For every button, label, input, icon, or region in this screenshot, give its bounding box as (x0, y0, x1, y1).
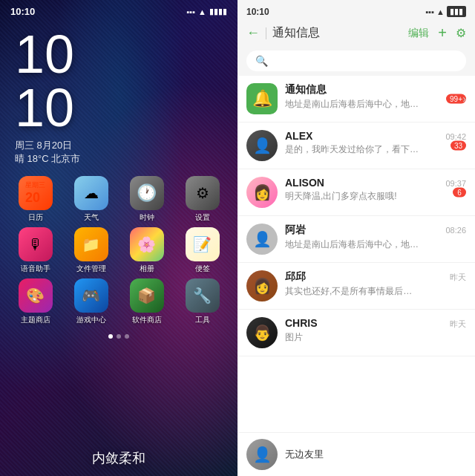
chevron-icon: › (462, 93, 466, 105)
app-photos[interactable]: 🌸 相册 (125, 227, 168, 274)
app-clock[interactable]: 🕐 时钟 (125, 176, 168, 223)
notes-icon: 📝 (186, 227, 220, 261)
app-icons-area: 星期三20 日历 ☁ 天气 🕐 时钟 ⚙ 设置 (0, 169, 238, 443)
left-status-icons: ▪▪▪ ▲ ▮▮▮▮ (186, 7, 227, 16)
msg-top-notification: 通知信息 (285, 83, 466, 97)
page-dots (7, 330, 230, 343)
msg-time-alex: 09:42 (445, 132, 466, 141)
msg-preview-notification: 地址是南山后海巷后海中心，地铁H出口旁边的写字楼,你在大厅等我 (285, 98, 419, 111)
alex-avatar-img: 👤 (246, 130, 278, 161)
qiuqiu-avatar: 👩 (246, 270, 278, 301)
r-battery-icon: ▮▮▮ (447, 6, 466, 17)
bell-icon: 🔔 (252, 89, 272, 108)
icon-row-1: 星期三20 日历 ☁ 天气 🕐 时钟 ⚙ 设置 (7, 176, 230, 223)
msg-preview-ayan: 地址是南山后海巷后海中心，地铁H出口旁边的写字楼,你在大厅等我 (285, 238, 419, 251)
msg-item-chris[interactable]: 👨 CHRIS 昨天 图片 (238, 310, 475, 356)
app-notes[interactable]: 📝 便签 (181, 227, 224, 274)
wifi-icon: ▲ (198, 7, 206, 16)
msg-name-alison: ALISON (285, 177, 324, 189)
voice-label: 语音助手 (21, 264, 50, 274)
store-icon: 📦 (130, 278, 164, 313)
msg-item-alex[interactable]: 👤 ALEX 09:42 是的，我昨天发过给你了，看下邮箱里面有么？ 33 (238, 123, 475, 169)
msg-top-ayan: 阿岩 08:26 (285, 224, 466, 237)
left-time: 10:10 (10, 6, 35, 17)
msg-name-ayan: 阿岩 (285, 224, 306, 237)
msg-preview-alex: 是的，我昨天发过给你了，看下邮箱里面有么？ (285, 143, 419, 156)
msg-name-qiuqiu: 邱邱 (285, 270, 306, 284)
themes-icon: 🎨 (19, 278, 53, 313)
files-label: 文件管理 (76, 264, 106, 274)
msg-top-qiuqiu: 邱邱 昨天 (285, 270, 466, 284)
icon-row-2: 🎙 语音助手 📁 文件管理 🌸 相册 📝 便签 (7, 227, 230, 274)
msg-body-alison: ALISON 09:37 明天降温,出门多穿点衣服哦! (285, 177, 466, 203)
photos-icon: 🌸 (130, 227, 164, 261)
app-store[interactable]: 📦 软件商店 (125, 278, 168, 325)
header-actions: 编辑 + ⚙ (408, 25, 466, 42)
left-status-bar: 10:10 ▪▪▪ ▲ ▮▮▮▮ (0, 0, 238, 20)
msg-name-chris: CHRIS (285, 317, 318, 329)
app-themes[interactable]: 🎨 主题商店 (14, 278, 57, 325)
msg-time-chris: 昨天 (450, 319, 466, 330)
app-files[interactable]: 📁 文件管理 (70, 227, 113, 274)
voice-icon: 🎙 (19, 227, 53, 261)
msg-item-notification[interactable]: 🔔 通知信息 地址是南山后海巷后海中心，地铁H出口旁边的写字楼,你在大厅等我 9… (238, 76, 475, 123)
right-time: 10:10 (246, 7, 269, 17)
alex-avatar: 👤 (246, 130, 278, 161)
settings-icon: ⚙ (186, 176, 220, 210)
app-calendar[interactable]: 星期三20 日历 (14, 176, 57, 223)
games-label: 游戏中心 (76, 315, 106, 325)
msg-body-notification: 通知信息 地址是南山后海巷后海中心，地铁H出口旁边的写字楼,你在大厅等我 (285, 83, 466, 111)
cal-day: 星期三 (25, 180, 45, 190)
msg-item-qiuqiu[interactable]: 👩 邱邱 昨天 其实也还好,不是所有事情最后都会如你所愿 (238, 263, 475, 310)
left-phone-panel: 10:10 ▪▪▪ ▲ ▮▮▮▮ 10 10 周三 8月20日 晴 18°C 北… (0, 0, 238, 476)
cal-date: 20 (25, 190, 45, 206)
page-title: 通知信息 (272, 25, 402, 41)
chris-avatar: 👨 (246, 317, 278, 348)
clock-min: 10 (15, 81, 223, 134)
dot-2 (117, 334, 121, 339)
alison-avatar-img: 👩 (246, 177, 278, 208)
app-games[interactable]: 🎮 游戏中心 (70, 278, 113, 325)
right-header: ← 通知信息 编辑 + ⚙ (238, 20, 475, 48)
add-button[interactable]: + (438, 25, 447, 42)
app-weather[interactable]: ☁ 天气 (70, 176, 113, 223)
app-voice[interactable]: 🎙 语音助手 (14, 227, 57, 274)
clock-display: 10 10 (15, 27, 223, 134)
themes-label: 主题商店 (21, 315, 50, 325)
chris-avatar-img: 👨 (246, 317, 278, 348)
app-settings[interactable]: ⚙ 设置 (181, 176, 224, 223)
msg-preview-chris: 图片 (285, 331, 419, 344)
notification-avatar: 🔔 (246, 83, 278, 114)
msg-name-notification: 通知信息 (285, 83, 327, 97)
msg-item-ayan[interactable]: 👤 阿岩 08:26 地址是南山后海巷后海中心，地铁H出口旁边的写字楼,你在大厅… (238, 216, 475, 263)
header-divider (266, 27, 266, 39)
dot-3 (125, 334, 129, 339)
tools-icon: 🔧 (186, 278, 220, 313)
bottom-partial-text: 无边友里 (285, 448, 324, 461)
dot-1 (108, 334, 113, 339)
games-icon: 🎮 (74, 278, 108, 313)
badge-alison: 6 (453, 188, 466, 198)
msg-body-qiuqiu: 邱邱 昨天 其实也还好,不是所有事情最后都会如你所愿 (285, 270, 466, 298)
msg-top-chris: CHRIS 昨天 (285, 317, 466, 330)
app-tools[interactable]: 🔧 工具 (181, 278, 224, 325)
photos-label: 相册 (140, 264, 154, 274)
store-label: 软件商店 (132, 315, 162, 325)
edit-button[interactable]: 编辑 (408, 27, 429, 40)
back-button[interactable]: ← (246, 25, 260, 41)
msg-item-alison[interactable]: 👩 ALISON 09:37 明天降温,出门多穿点衣服哦! 6 (238, 169, 475, 216)
r-wifi-icon: ▲ (436, 7, 445, 16)
right-status-icons: ▪▪▪ ▲ ▮▮▮ (425, 6, 466, 17)
msg-body-alex: ALEX 09:42 是的，我昨天发过给你了，看下邮箱里面有么？ (285, 130, 466, 156)
qiuqiu-avatar-img: 👩 (246, 270, 278, 301)
msg-name-alex: ALEX (285, 130, 312, 142)
search-bar[interactable]: 🔍 (246, 50, 466, 71)
search-icon: 🔍 (255, 55, 268, 67)
weather-icon: ☁ (74, 176, 108, 210)
settings-button[interactable]: ⚙ (456, 26, 466, 40)
signal-icon: ▪▪▪ (186, 7, 195, 16)
ayan-avatar: 👤 (246, 224, 278, 255)
bottom-slogan: 内敛柔和 (0, 443, 238, 476)
clock-area: 10 10 周三 8月20日 晴 18°C 北京市 (0, 20, 238, 169)
msg-top-alex: ALEX 09:42 (285, 130, 466, 142)
